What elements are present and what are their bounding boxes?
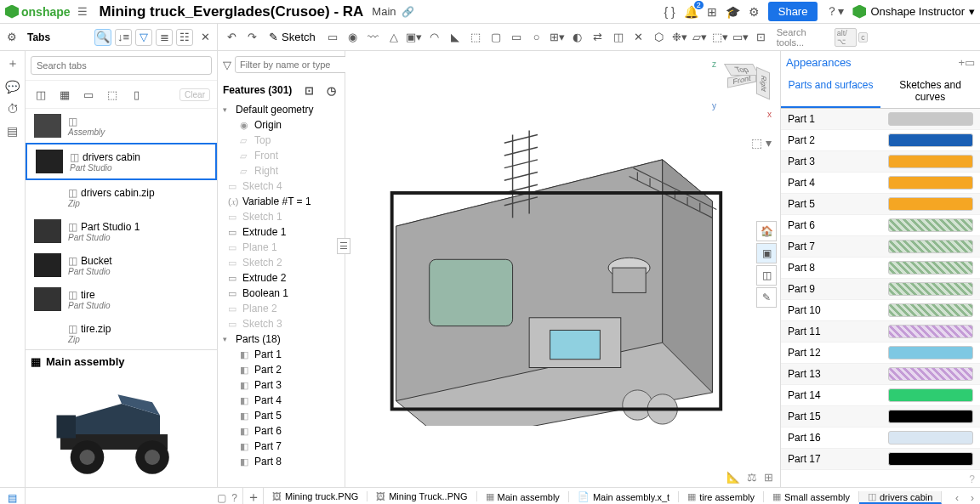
color-swatch[interactable] (888, 218, 973, 232)
measure-icon[interactable]: 📐 (726, 471, 740, 484)
type-other-icon[interactable]: ▯ (128, 86, 145, 103)
feature-item[interactable]: ▭Sketch 4 (218, 178, 345, 194)
appearance-row[interactable]: Part 4 (781, 173, 980, 194)
part-item[interactable]: ◧Part 4 (218, 393, 345, 408)
notifications-icon[interactable]: 🔔2 (684, 5, 698, 19)
appearance-row[interactable]: Part 7 (781, 236, 980, 258)
color-swatch[interactable] (888, 155, 973, 168)
feature-filter-icon[interactable]: ▽ (223, 56, 231, 73)
default-geometry-item[interactable]: ▾Default geometry (218, 102, 345, 117)
tab-item[interactable]: ◫ tire Part Studio (26, 282, 217, 316)
bottom-tab[interactable]: 📄Main assembly.x_t (569, 491, 679, 502)
bom-icon[interactable]: ▤ (7, 124, 18, 138)
add-appearance-icon[interactable]: +▭ (958, 56, 975, 69)
thicken-icon[interactable]: ▣▾ (406, 29, 423, 46)
type-assembly-icon[interactable]: ▦ (56, 86, 73, 103)
section-icon[interactable]: ◫ (756, 265, 777, 286)
share-button[interactable]: Share (768, 2, 818, 21)
view-cube[interactable]: Front Top Right z x y (712, 59, 772, 119)
view-menu-icon[interactable]: ⬚ ▾ (751, 136, 772, 150)
feature-item[interactable]: ▭Extrude 1 (218, 224, 345, 240)
main-assembly-preview[interactable]: ▦Main assembly (26, 349, 217, 487)
bottom-tab[interactable]: ▦Main assembly (477, 491, 569, 502)
feature-rollback-icon[interactable]: ◷ (322, 82, 339, 99)
color-swatch[interactable] (888, 261, 973, 275)
undo-icon[interactable]: ↶ (223, 29, 240, 46)
hole-icon[interactable]: ○ (528, 29, 545, 46)
color-swatch[interactable] (888, 176, 973, 190)
plane-item[interactable]: ▱Right (218, 163, 345, 178)
feature-item[interactable]: ▭Sketch 3 (218, 316, 345, 331)
loft-icon[interactable]: △ (385, 29, 402, 46)
bottom-tab[interactable]: ◫drivers cabi (942, 491, 949, 502)
color-swatch[interactable] (888, 410, 973, 423)
appearance-row[interactable]: Part 13 (781, 364, 980, 385)
feature-menu-icon[interactable]: ⊡ (300, 82, 317, 99)
color-swatch[interactable] (888, 303, 973, 317)
tabs-search-input[interactable] (31, 56, 212, 75)
feature-filter-input[interactable] (235, 56, 362, 73)
appearance-row[interactable]: Part 2 (781, 130, 980, 151)
feature-item[interactable]: (𝑥)Variable #T = 1 (218, 194, 345, 209)
color-swatch[interactable] (888, 325, 973, 338)
tab-item[interactable]: ◫ Assembly (26, 109, 217, 143)
user-menu[interactable]: Onshape Instructor ▾ (852, 5, 975, 19)
appearance-row[interactable]: Part 15 (781, 406, 980, 428)
plane-item[interactable]: ▱Top (218, 133, 345, 148)
tab-sketches-curves[interactable]: Sketches and curves (880, 74, 980, 108)
settings-icon[interactable]: ⚙ (749, 5, 760, 19)
feature-item[interactable]: ▭Sketch 1 (218, 209, 345, 224)
appearance-row[interactable]: Part 14 (781, 385, 980, 406)
sketch-button[interactable]: ✎ Sketch (264, 29, 321, 45)
shaded-icon[interactable]: ▣ (756, 243, 777, 263)
feature-item[interactable]: ▭Sketch 2 (218, 255, 345, 270)
search-icon[interactable]: 🔍 (94, 29, 111, 46)
bottom-tab[interactable]: ◫drivers cabin (859, 491, 942, 504)
part-item[interactable]: ◧Part 6 (218, 423, 345, 439)
type-partstudio-icon[interactable]: ◫ (32, 86, 49, 103)
appearance-row[interactable]: Part 9 (781, 279, 980, 300)
brand-logo[interactable]: onshape (5, 5, 71, 19)
shell-icon[interactable]: ▢ (487, 29, 504, 46)
appearance-row[interactable]: Part 3 (781, 151, 980, 173)
boolean-icon[interactable]: ◐ (569, 29, 586, 46)
color-swatch[interactable] (888, 112, 973, 126)
learning-icon[interactable]: 🎓 (726, 5, 740, 19)
tab-item[interactable]: ◫ Bucket Part Studio (26, 248, 217, 282)
frame-icon[interactable]: ⊡ (753, 29, 770, 46)
bottom-tab[interactable]: 🖼Mining truck.PNG (264, 491, 368, 501)
iso-view-icon[interactable]: 🏠 (756, 221, 777, 241)
split-icon[interactable]: ◫ (610, 29, 627, 46)
appearance-row[interactable]: Part 8 (781, 258, 980, 279)
transform-icon[interactable]: ⇄ (590, 29, 607, 46)
bottom-tab[interactable]: 🖼Mining Truck..PNG (368, 491, 476, 501)
panel-collapse-icon[interactable]: ☰ (337, 238, 350, 254)
close-icon[interactable]: ✕ (197, 29, 214, 46)
feature-item[interactable]: ▭Boolean 1 (218, 286, 345, 301)
tab-help-icon[interactable]: ? (231, 492, 237, 504)
bottom-tab[interactable]: ▦tire assembly (679, 491, 764, 502)
clear-button[interactable]: Clear (179, 88, 210, 101)
add-tab-button[interactable]: ＋ (243, 488, 264, 504)
branch-label[interactable]: Main (372, 5, 396, 18)
tab-manager-icon[interactable]: ▤ (0, 488, 26, 504)
modify-icon[interactable]: ⬡ (651, 29, 668, 46)
rib-icon[interactable]: ▭ (508, 29, 525, 46)
tab-item[interactable]: ◫ drivers cabin.zip Zip (26, 180, 217, 214)
origin-item[interactable]: ◉Origin (218, 117, 345, 133)
versions-icon[interactable]: { } (664, 5, 675, 19)
revolve-icon[interactable]: ◉ (345, 29, 362, 46)
tabs-config-icon[interactable]: ⚙ (3, 29, 20, 46)
list-icon[interactable]: ≣ (156, 29, 173, 46)
bottom-tab[interactable]: ▦Small assembly (764, 491, 859, 502)
part-item[interactable]: ◧Part 3 (218, 377, 345, 393)
hide-icon[interactable]: ✎ (756, 287, 777, 308)
grid-icon[interactable]: ☷ (176, 29, 193, 46)
color-swatch[interactable] (888, 452, 973, 466)
appearance-row[interactable]: Part 6 (781, 215, 980, 236)
plane-icon[interactable]: ▱▾ (692, 29, 709, 46)
appearance-row[interactable]: Part 12 (781, 343, 980, 364)
appearance-row[interactable]: Part 1 (781, 109, 980, 130)
3d-canvas[interactable]: Front Top Right z x y ⬚ ▾ 🏠 ▣ ◫ ✎ 📐 ⚖ ⊞ … (345, 51, 780, 487)
search-tools[interactable]: Search tools... alt/⌥ c (773, 27, 871, 48)
